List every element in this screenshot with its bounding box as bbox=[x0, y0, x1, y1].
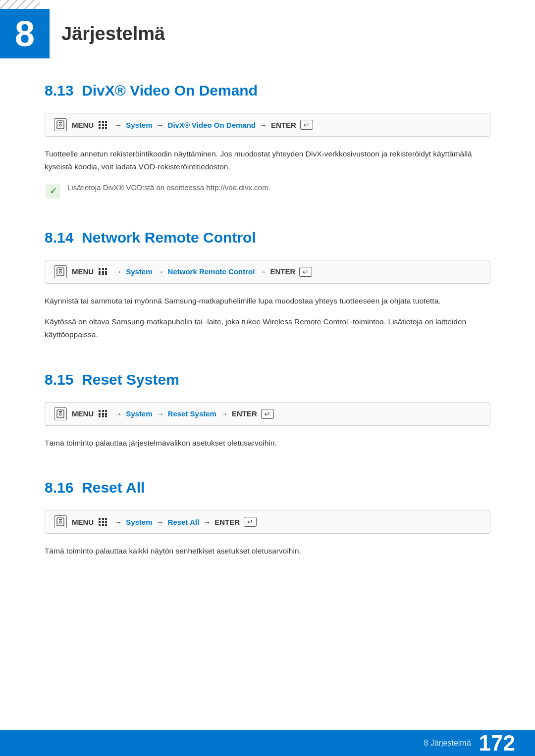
note-icon: ✓ bbox=[45, 183, 61, 200]
menu-label: MENU bbox=[72, 121, 94, 129]
svg-rect-1 bbox=[59, 122, 62, 123]
note-text-8-13: Lisätietoja DivX® VOD:stä on osoitteessa… bbox=[67, 182, 270, 194]
menu-label-3: MENU bbox=[72, 409, 94, 418]
menu-system: System bbox=[126, 121, 152, 129]
enter-icon-8-16: ↵ bbox=[244, 517, 257, 527]
menu-item-divx: DivX® Video On Demand bbox=[168, 121, 256, 129]
menu-path-8-14: MENU → System → Network Remote Control →… bbox=[45, 260, 490, 284]
menu-remote-icon bbox=[54, 118, 67, 131]
enter-icon-8-14: ↵ bbox=[299, 267, 312, 277]
svg-point-11 bbox=[59, 271, 61, 273]
svg-text:✓: ✓ bbox=[50, 186, 57, 196]
menu-label-2: MENU bbox=[72, 267, 94, 276]
menu-remote-icon-2 bbox=[54, 265, 67, 278]
menu-path-8-13: MENU → System → DivX® Video On Demand → … bbox=[45, 113, 490, 137]
footer-chapter-label: 8 Järjestelmä bbox=[424, 739, 471, 748]
main-content: 8.13 DivX® Video On Demand MENU bbox=[0, 82, 535, 627]
chapter-header: 8 Järjestelmä bbox=[0, 0, 535, 67]
section-8-14: 8.14 Network Remote Control MENU bbox=[45, 229, 490, 342]
grid-icon-3 bbox=[99, 410, 107, 418]
body-text-8-14-2: Käytössä on oltava Samsung-matkapuhelin … bbox=[45, 315, 490, 342]
section-heading-8-14: 8.14 Network Remote Control bbox=[45, 229, 490, 246]
enter-icon-8-13: ↵ bbox=[300, 120, 313, 130]
menu-item-reset-system: Reset System bbox=[168, 409, 216, 418]
section-8-15: 8.15 Reset System MENU → bbox=[45, 371, 490, 450]
menu-remote-icon-3 bbox=[54, 407, 67, 420]
body-text-8-13: Tuotteelle annetun rekisteröintikoodin n… bbox=[45, 148, 490, 174]
section-8-13: 8.13 DivX® Video On Demand MENU bbox=[45, 82, 490, 200]
svg-rect-10 bbox=[59, 269, 62, 270]
chapter-title: Järjestelmä bbox=[61, 23, 165, 45]
menu-path-8-16: MENU → System → Reset All → ENTER ↵ bbox=[45, 510, 490, 534]
grid-icon-2 bbox=[99, 268, 107, 276]
menu-remote-icon-4 bbox=[54, 515, 67, 528]
section-heading-8-16: 8.16 Reset All bbox=[45, 479, 490, 496]
section-8-16: 8.16 Reset All MENU → bbox=[45, 479, 490, 557]
menu-system-4: System bbox=[126, 518, 152, 526]
chapter-number: 8 bbox=[0, 9, 50, 58]
body-text-8-14-1: Käynnistä tai sammuta tai myönnä Samsung… bbox=[45, 295, 490, 307]
body-text-8-15: Tämä toiminto palauttaa järjestelmävalik… bbox=[45, 437, 490, 450]
menu-item-reset-all: Reset All bbox=[168, 518, 200, 526]
svg-point-18 bbox=[59, 413, 61, 415]
grid-icon bbox=[99, 121, 107, 129]
menu-system-2: System bbox=[126, 267, 152, 276]
note-8-13: ✓ Lisätietoja DivX® VOD:stä on osoittees… bbox=[45, 182, 490, 200]
body-text-8-16: Tämä toiminto palauttaa kaikki näytön se… bbox=[45, 545, 490, 557]
menu-system-3: System bbox=[126, 409, 152, 418]
menu-label-4: MENU bbox=[72, 518, 94, 526]
menu-item-nrc: Network Remote Control bbox=[168, 267, 255, 276]
section-heading-8-15: 8.15 Reset System bbox=[45, 371, 490, 388]
grid-icon-4 bbox=[99, 518, 107, 526]
svg-rect-17 bbox=[59, 411, 62, 412]
enter-icon-8-15: ↵ bbox=[261, 409, 274, 419]
section-heading-8-13: 8.13 DivX® Video On Demand bbox=[45, 82, 490, 99]
footer: 8 Järjestelmä 172 bbox=[0, 730, 535, 756]
svg-rect-24 bbox=[59, 519, 62, 520]
footer-page-number: 172 bbox=[479, 732, 515, 754]
menu-path-8-15: MENU → System → Reset System → ENTER ↵ bbox=[45, 402, 490, 426]
svg-point-2 bbox=[59, 124, 61, 126]
svg-point-25 bbox=[59, 521, 61, 523]
